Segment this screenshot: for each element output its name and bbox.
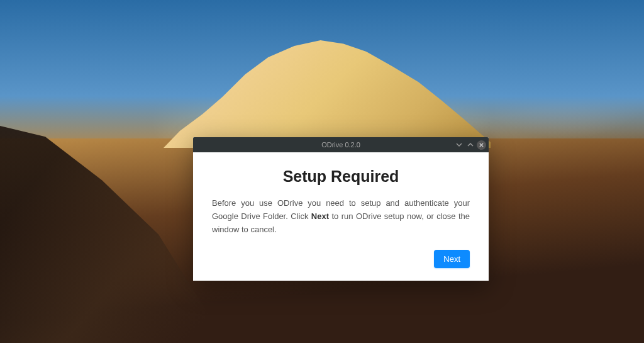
- dialog-heading: Setup Required: [212, 167, 470, 186]
- maximize-button[interactable]: [465, 140, 475, 150]
- dialog-content: Setup Required Before you use ODrive you…: [193, 152, 489, 281]
- next-button[interactable]: Next: [434, 250, 470, 268]
- close-button[interactable]: [477, 140, 486, 150]
- desktop-wallpaper: ODrive 0.2.0: [0, 0, 644, 343]
- close-icon: [479, 142, 484, 148]
- chevron-down-icon: [455, 141, 463, 149]
- dialog-body-bold: Next: [311, 211, 329, 221]
- dialog-button-row: Next: [212, 250, 470, 268]
- window-title: ODrive 0.2.0: [321, 141, 360, 149]
- window-controls: [454, 140, 486, 150]
- dialog-body: Before you use ODrive you need to setup …: [212, 197, 470, 236]
- chevron-up-icon: [467, 141, 474, 149]
- setup-dialog-window: ODrive 0.2.0: [193, 137, 489, 281]
- window-titlebar[interactable]: ODrive 0.2.0: [193, 137, 489, 152]
- minimize-button[interactable]: [454, 140, 464, 150]
